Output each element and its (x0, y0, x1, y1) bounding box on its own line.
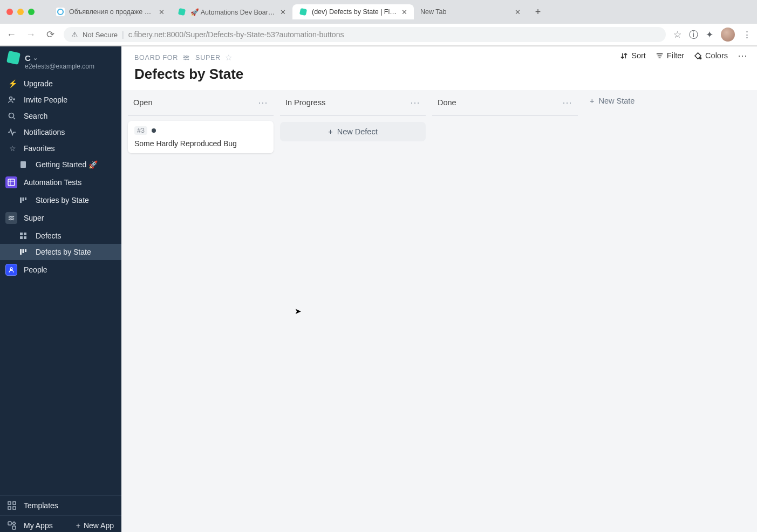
sidebar: C ⌄ e2etests@example.com ⚡ Upgrade Invit… (0, 46, 121, 532)
window-maximize-button[interactable] (28, 9, 35, 15)
more-icon[interactable]: ⋯ (258, 97, 268, 108)
sidebar-label: Defects by State (36, 248, 91, 256)
close-icon[interactable]: ✕ (515, 9, 521, 16)
more-icon[interactable]: ⋯ (410, 97, 420, 108)
svg-point-17 (10, 268, 12, 270)
info-icon[interactable]: ⓘ (689, 29, 698, 41)
svg-rect-19 (13, 502, 16, 504)
sidebar-item-search[interactable]: Search (0, 108, 121, 124)
workspace-logo-icon (6, 51, 21, 65)
lightning-icon: ⚡ (8, 79, 17, 88)
window-close-button[interactable] (6, 9, 13, 15)
address-bar[interactable]: ⚠ Not Secure | c.fibery.net:8000/Super/D… (64, 27, 666, 42)
board-column-done: Done ⋯ (432, 90, 578, 532)
browser-tab[interactable]: 🚀 Automations Dev Board | Fi ✕ (171, 4, 292, 19)
browser-chrome: Объявления о продаже автом ✕ 🚀 Automatio… (0, 0, 757, 46)
sort-button[interactable]: Sort (620, 51, 646, 60)
sidebar-label: People (24, 265, 47, 274)
url-text: c.fibery.net:8000/Super/Defects-by-State… (128, 30, 344, 39)
app: C ⌄ e2etests@example.com ⚡ Upgrade Invit… (0, 46, 757, 532)
new-defect-button[interactable]: + New Defect (280, 122, 426, 141)
sidebar-item-my-apps[interactable]: My Apps (0, 516, 60, 532)
sidebar-item-super[interactable]: Super (0, 208, 121, 228)
not-secure-label: Not Secure (83, 31, 118, 39)
svg-rect-13 (24, 236, 26, 239)
page-title[interactable]: Defects by State (134, 66, 744, 83)
menu-icon[interactable]: ⋮ (742, 29, 752, 40)
sidebar-item-automation-tests[interactable]: Automation Tests (0, 173, 121, 192)
star-icon[interactable]: ☆ (673, 29, 681, 40)
forward-button[interactable]: → (25, 29, 37, 40)
column-title: Done (438, 98, 456, 107)
breadcrumb-prefix: BOARD FOR (134, 54, 178, 62)
tab-title: New Tab (420, 8, 510, 16)
svg-rect-21 (13, 507, 16, 509)
sidebar-item-upgrade[interactable]: ⚡ Upgrade (0, 76, 121, 92)
sidebar-item-defects[interactable]: Defects (0, 228, 121, 244)
svg-point-24 (700, 57, 701, 59)
back-button[interactable]: ← (5, 29, 17, 40)
new-app-button[interactable]: + New App (69, 516, 121, 532)
sidebar-item-favorites[interactable]: ☆ Favorites (0, 140, 121, 156)
column-header[interactable]: Done ⋯ (432, 90, 578, 115)
profile-avatar[interactable] (721, 28, 735, 42)
address-bar-row: ← → ⟳ ⚠ Not Secure | c.fibery.net:8000/S… (0, 24, 757, 46)
new-state-label: New State (598, 97, 635, 105)
tab-title: 🚀 Automations Dev Board | Fi (190, 8, 276, 16)
sidebar-item-stories-by-state[interactable]: Stories by State (0, 192, 121, 208)
svg-rect-22 (8, 522, 11, 525)
more-icon[interactable]: ⋯ (562, 97, 572, 108)
column-header[interactable]: Open ⋯ (128, 90, 274, 115)
svg-point-4 (9, 113, 14, 118)
sort-label: Sort (631, 51, 646, 60)
sidebar-item-notifications[interactable]: Notifications (0, 124, 121, 140)
sidebar-label: Notifications (24, 128, 65, 137)
sidebar-item-defects-by-state[interactable]: Defects by State (0, 244, 121, 260)
svg-rect-7 (20, 197, 22, 203)
svg-rect-15 (23, 249, 24, 253)
board-icon (19, 196, 29, 204)
workspace-letter: C (25, 53, 31, 63)
colors-button[interactable]: Colors (694, 51, 728, 60)
window-minimize-button[interactable] (17, 9, 24, 15)
svg-point-3 (10, 97, 12, 100)
app-icon (5, 264, 17, 276)
close-icon[interactable]: ✕ (159, 9, 165, 16)
close-icon[interactable]: ✕ (401, 9, 407, 16)
close-icon[interactable]: ✕ (280, 9, 286, 16)
svg-rect-10 (20, 233, 23, 235)
activity-icon (8, 128, 17, 137)
plus-icon: + (76, 521, 80, 530)
extensions-icon[interactable]: ✦ (706, 29, 713, 40)
sidebar-item-templates[interactable]: Templates (0, 496, 121, 515)
svg-rect-9 (25, 197, 26, 200)
card-id: #3 (134, 126, 147, 135)
svg-rect-18 (8, 502, 11, 504)
column-header[interactable]: In Progress ⋯ (280, 90, 426, 115)
not-secure-icon: ⚠ (71, 30, 78, 39)
filter-label: Filter (667, 51, 684, 60)
browser-tab[interactable]: New Tab ✕ (414, 5, 527, 19)
workspace-switcher[interactable]: C ⌄ (0, 46, 121, 65)
breadcrumb-space[interactable]: SUPER (195, 54, 221, 62)
more-button[interactable]: ⋯ (738, 50, 747, 62)
new-tab-button[interactable]: + (530, 4, 545, 19)
svg-rect-20 (8, 507, 11, 509)
column-title: Open (133, 98, 152, 107)
svg-rect-8 (23, 197, 24, 201)
card[interactable]: #3 Some Hardly Reproduced Bug (128, 121, 274, 153)
search-icon (8, 112, 17, 120)
sidebar-item-getting-started[interactable]: Getting Started 🚀 (0, 156, 121, 173)
filter-button[interactable]: Filter (656, 51, 684, 60)
star-icon[interactable]: ☆ (225, 53, 233, 63)
browser-tab[interactable]: Объявления о продаже автом ✕ (50, 4, 171, 19)
reload-button[interactable]: ⟳ (44, 29, 56, 40)
sidebar-item-invite[interactable]: Invite People (0, 92, 121, 108)
header-actions: Sort Filter Colors ⋯ (620, 50, 747, 62)
star-icon: ☆ (8, 144, 17, 153)
browser-tab-active[interactable]: (dev) Defects by State | Fibery ✕ (292, 4, 414, 19)
sidebar-item-people[interactable]: People (0, 260, 121, 279)
new-state-column: + New State (584, 90, 730, 532)
new-state-button[interactable]: + New State (584, 90, 730, 112)
svg-rect-14 (20, 249, 22, 255)
